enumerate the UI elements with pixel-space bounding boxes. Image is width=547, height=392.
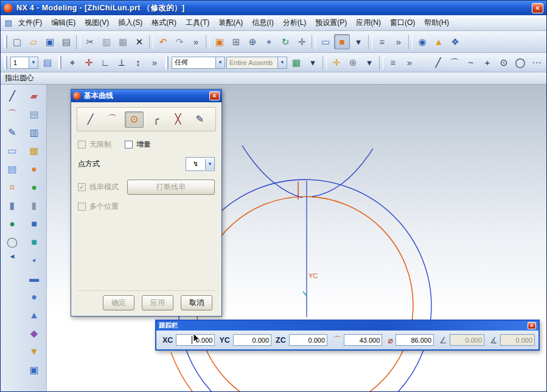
redo-icon[interactable]: ↷ — [172, 34, 187, 49]
pan-icon[interactable]: ✛ — [294, 34, 310, 49]
object-display-icon[interactable]: ▦ — [288, 55, 304, 70]
print-icon[interactable]: ▤ — [58, 34, 74, 49]
open-folder-icon[interactable]: ▱ — [26, 34, 41, 49]
cone-icon[interactable]: ▲ — [26, 307, 43, 323]
diameter-input[interactable]: 86.000 — [395, 334, 434, 346]
display-mode-icon[interactable]: ≡ — [374, 34, 390, 49]
menu-item[interactable]: 应用(N) — [352, 16, 385, 30]
magnify-icon[interactable]: ⌖ — [261, 34, 277, 49]
increment-checkbox[interactable] — [125, 141, 133, 149]
refresh-icon[interactable]: ↻ — [277, 34, 293, 49]
line-icon[interactable]: ╱ — [4, 88, 21, 104]
new-icon[interactable]: ▢ — [9, 34, 25, 49]
line-tool-icon[interactable]: ╱ — [81, 111, 100, 128]
datum-plane-icon[interactable]: ∟ — [97, 55, 113, 70]
menu-item[interactable]: 帮助(H) — [420, 16, 453, 30]
dialog-titlebar[interactable]: 基本曲线 × — [71, 89, 221, 102]
circle-center-icon[interactable]: ⊙ — [496, 55, 512, 70]
break-string-button[interactable]: 打断线串 — [127, 180, 215, 195]
cube-blue-icon[interactable]: ■ — [26, 215, 43, 232]
selection-filter-combo[interactable]: 任何 ▼ — [172, 57, 225, 69]
menu-item[interactable]: 信息(I) — [248, 16, 277, 30]
collapse-arrow-icon[interactable]: ◀ — [4, 252, 21, 261]
menu-item[interactable]: 分析(L) — [279, 16, 311, 30]
window-close-button[interactable]: × — [532, 3, 543, 13]
tracking-bar-titlebar[interactable]: 跟踪栏 × — [156, 321, 538, 331]
orange-outer-arc[interactable] — [171, 352, 194, 391]
layer-combo[interactable]: 1 ▼ — [10, 57, 38, 69]
menu-item[interactable]: 装配(A) — [214, 16, 247, 30]
copy-icon[interactable]: ▥ — [99, 34, 114, 49]
fit-view-icon[interactable]: ▣ — [212, 34, 228, 49]
point-icon[interactable]: + — [479, 55, 495, 70]
delete-icon[interactable]: ✕ — [131, 34, 147, 49]
wireframe-view-icon[interactable]: ▭ — [318, 34, 333, 49]
sphere-green-icon[interactable]: ● — [4, 215, 21, 232]
toolbar-grip[interactable] — [4, 56, 7, 69]
line-icon[interactable]: ╱ — [430, 55, 446, 70]
measure-icon[interactable]: ▲ — [431, 34, 447, 49]
web-browser-icon[interactable]: ◉ — [414, 34, 430, 49]
save-icon[interactable]: ▣ — [42, 34, 58, 49]
cylinder-icon[interactable]: ▮ — [26, 197, 43, 214]
radius-input[interactable]: 43.000 — [344, 334, 382, 346]
edit-curve-tool-icon[interactable]: ✎ — [190, 111, 209, 128]
toolbar-grip[interactable] — [165, 56, 169, 69]
wedge-icon[interactable]: ▼ — [26, 343, 43, 360]
toolbar-grip[interactable] — [4, 35, 7, 49]
assembly-navigator-icon[interactable]: ❖ — [447, 34, 463, 49]
sphere-orange-icon[interactable]: ● — [26, 161, 43, 177]
menu-item[interactable]: 视图(V) — [80, 16, 113, 30]
paste-icon[interactable]: ▦ — [115, 34, 131, 49]
orient-wcs-icon[interactable]: ⟂ — [114, 55, 130, 70]
ok-button[interactable]: 确定 — [103, 295, 134, 310]
rotate-object-icon[interactable]: ⊕ — [345, 55, 361, 70]
angle1-input[interactable]: 0.000 — [450, 334, 484, 346]
spline-icon[interactable]: ~ — [463, 55, 479, 70]
eraser-icon[interactable]: ▰ — [26, 88, 43, 104]
move-object-icon[interactable]: ✛ — [329, 55, 344, 70]
sketch-icon[interactable]: ✎ — [4, 124, 21, 141]
menu-item[interactable]: 文件(F) — [14, 16, 46, 30]
tracking-bar-close-button[interactable]: × — [528, 322, 536, 329]
circle-icon[interactable]: ◯ — [4, 234, 21, 250]
circle-tool-icon[interactable]: ⊙ — [125, 111, 144, 128]
shaded-view-icon[interactable]: ■ — [334, 34, 350, 49]
zoom-box-icon[interactable]: ⊞ — [228, 34, 244, 49]
apply-button[interactable]: 应用 — [142, 295, 173, 310]
yc-input[interactable]: 0.000 — [233, 334, 271, 346]
hatch-icon[interactable]: ⌗ — [4, 179, 21, 195]
menu-item[interactable]: 窗口(O) — [386, 16, 419, 30]
cancel-button[interactable]: 取消 — [181, 295, 212, 310]
list-icon[interactable]: ≡ — [385, 55, 401, 70]
slab-icon[interactable]: ▬ — [26, 270, 43, 287]
menu-item[interactable]: 预设置(P) — [311, 16, 351, 30]
book-icon[interactable]: ▥ — [26, 124, 43, 141]
window-titlebar[interactable]: NX 4 - Modeling - [ZhiChiLun.prt （修改的）] … — [1, 1, 546, 15]
assembly-scope-combo[interactable]: Entire Assemb ▼ — [226, 57, 287, 69]
wcs-dynamics-icon[interactable]: ↕ — [130, 55, 146, 70]
block-icon[interactable]: ▪ — [26, 252, 43, 268]
circle-icon[interactable]: ◯ — [512, 55, 528, 70]
view-dropdown-icon[interactable]: ▾ — [350, 34, 366, 49]
gem-icon[interactable]: ◆ — [26, 325, 43, 341]
unbounded-checkbox[interactable] — [78, 141, 86, 149]
menu-item[interactable]: 插入(S) — [114, 16, 147, 30]
undo-icon[interactable]: ↶ — [155, 34, 171, 49]
dialog-close-button[interactable]: × — [209, 91, 220, 100]
datum-axis-icon[interactable]: ✛ — [81, 55, 97, 70]
more-icon[interactable]: ⋯ — [529, 55, 545, 70]
dropdown-icon[interactable]: ▾ — [305, 55, 321, 70]
chart-icon[interactable]: ▦ — [26, 142, 43, 159]
fillet-tool-icon[interactable]: ╭ — [147, 111, 165, 128]
point-method-dropdown[interactable]: ↯ ▼ — [186, 157, 215, 171]
datum-plane-icon[interactable]: ▭ — [4, 142, 21, 159]
toolbar-grip[interactable] — [58, 56, 61, 69]
overflow-chevron-icon[interactable]: » — [188, 34, 204, 49]
boss-icon[interactable]: ▣ — [26, 362, 43, 378]
datum-csys-icon[interactable]: ⌖ — [64, 55, 80, 70]
arc-icon[interactable]: ⌒ — [447, 55, 462, 70]
zc-input[interactable]: 0.000 — [289, 334, 327, 346]
dropdown-icon[interactable]: ▾ — [361, 55, 377, 70]
ball-icon[interactable]: ● — [26, 289, 43, 305]
